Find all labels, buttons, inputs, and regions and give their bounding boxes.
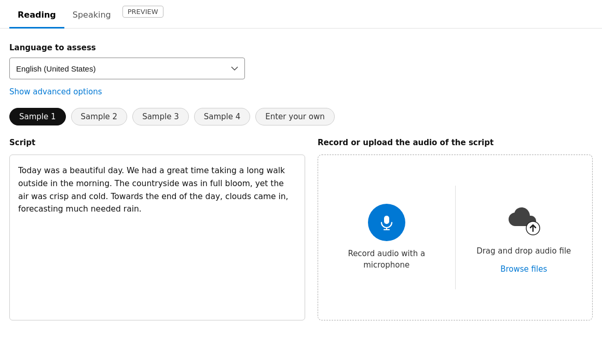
tab-reading[interactable]: Reading (9, 1, 64, 29)
pill-enter-own[interactable]: Enter your own (255, 108, 334, 125)
upload-label: Drag and drop audio file (476, 246, 571, 257)
language-select-wrap: English (United States) English (United … (9, 58, 593, 79)
browse-files-link[interactable]: Browse files (500, 264, 547, 274)
microphone-icon (378, 214, 395, 231)
language-select[interactable]: English (United States) English (United … (9, 58, 245, 79)
script-textarea[interactable] (9, 155, 305, 320)
preview-badge[interactable]: PREVIEW (122, 6, 163, 18)
pill-sample3[interactable]: Sample 3 (132, 108, 189, 125)
script-column: Script (9, 138, 305, 323)
cloud-upload-icon (505, 201, 542, 239)
pill-sample4[interactable]: Sample 4 (194, 108, 251, 125)
pill-sample2[interactable]: Sample 2 (71, 108, 128, 125)
svg-rect-0 (384, 216, 389, 224)
pill-sample1[interactable]: Sample 1 (9, 108, 66, 125)
mic-label: Record audio with amicrophone (348, 248, 425, 271)
audio-upload-box: Record audio with amicrophone (318, 155, 593, 320)
pills-row: Sample 1 Sample 2 Sample 3 Sample 4 Ente… (9, 108, 593, 125)
show-advanced-options-link[interactable]: Show advanced options (9, 87, 102, 96)
main-content: Language to assess English (United State… (0, 29, 602, 333)
upload-icon-wrap (505, 201, 542, 239)
tabs-bar: Reading Speaking PREVIEW (0, 0, 602, 29)
mic-icon-wrap (368, 204, 405, 241)
upload-audio-option[interactable]: Drag and drop audio file Browse files (456, 155, 593, 320)
audio-header: Record or upload the audio of the script (318, 138, 593, 147)
audio-column: Record or upload the audio of the script… (318, 138, 593, 323)
script-header: Script (9, 138, 305, 147)
tab-speaking[interactable]: Speaking (64, 1, 119, 29)
language-label: Language to assess (9, 43, 593, 52)
record-audio-option[interactable]: Record audio with amicrophone (318, 155, 455, 320)
two-col-layout: Script Record or upload the audio of the… (9, 138, 593, 323)
